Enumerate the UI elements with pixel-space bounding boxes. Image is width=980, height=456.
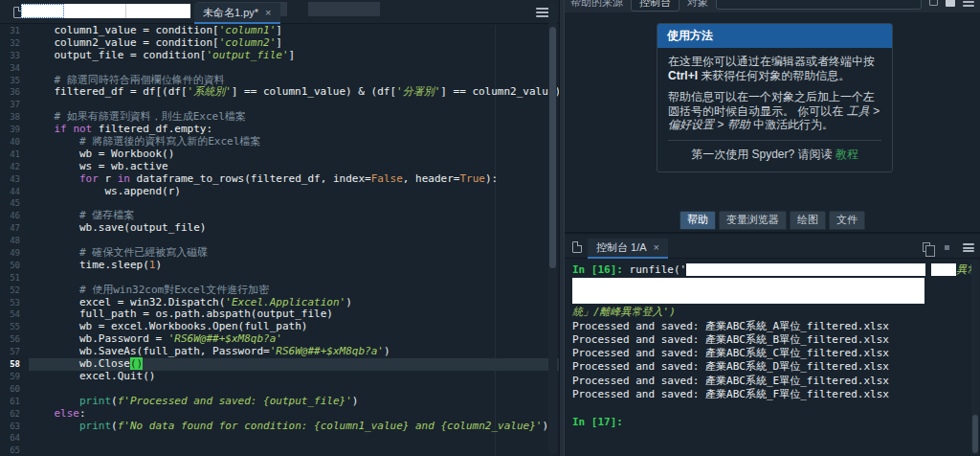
help-source-combo[interactable]: 控制台	[631, 0, 679, 11]
console-scrollbar-thumb[interactable]	[972, 415, 978, 453]
code-line-text: print(f'No data found for condition: {co…	[29, 421, 559, 433]
code-line: 50 time.sleep(1)	[0, 260, 559, 272]
redaction-box-tabbar	[21, 4, 190, 18]
lock-icon[interactable]	[929, 0, 938, 6]
usage-paragraph-2: 帮助信息可以在一个对象之后加上一个左圆括号的时候自动显示。 你可以在 工具 > …	[668, 90, 881, 132]
console-output-line: Processed and saved: 產業ABC系統_D單位_filtere…	[572, 360, 980, 374]
code-line: 36 filtered_df = df[(df['系統別'] == column…	[0, 86, 559, 99]
editor-scrollbar[interactable]	[548, 2, 557, 454]
runfile-call: runfile('	[630, 263, 687, 276]
console-prompt-line: In [17]:	[572, 416, 980, 429]
editor-scrollbar-thumb[interactable]	[549, 27, 556, 268]
console-tab-label: 控制台 1/A	[596, 240, 647, 255]
line-number: 33	[0, 50, 29, 62]
help-source-label: 帮助的来源	[570, 0, 623, 10]
usage-box: 使用方法 在这里你可以通过在编辑器或者终端中按 Ctrl+I 来获得任何对象的帮…	[657, 23, 893, 172]
line-number: 48	[0, 235, 29, 247]
line-number: 64	[0, 432, 29, 445]
line-number: 65	[0, 445, 29, 456]
ghost-tab-2	[308, 2, 380, 16]
line-number: 31	[0, 25, 29, 37]
close-icon[interactable]: ×	[654, 242, 659, 253]
code-line: 63 print(f'No data found for condition: …	[0, 421, 559, 433]
code-line-text: print(f'Processed and saved: {output_fil…	[29, 396, 559, 408]
line-number: 50	[0, 260, 29, 272]
help-options-menu-icon[interactable]	[963, 0, 974, 7]
pane-tab-strip: 帮助变量浏览器绘图文件	[565, 214, 980, 230]
line-number: 51	[0, 272, 29, 285]
code-line: 47 wb.save(output_file)	[0, 222, 559, 235]
console-output-line: Processed and saved: 產業ABC系統_B單位_filtere…	[572, 333, 980, 347]
editor-options-menu-icon[interactable]	[536, 8, 549, 17]
line-number: 43	[0, 173, 29, 186]
console-tab[interactable]: 控制台 1/A ×	[588, 239, 668, 259]
help-object-input[interactable]	[716, 0, 922, 10]
line-number: 60	[0, 383, 29, 396]
usage-paragraph-1: 在这里你可以通过在编辑器或者终端中按 Ctrl+I 来获得任何对象的帮助信息。	[668, 55, 881, 82]
code-editor[interactable]: 31 column1_value = condition['column1']3…	[0, 25, 559, 456]
pane-tab-inactive[interactable]: 变量浏览器	[719, 211, 787, 230]
code-line-text: ws.append(r)	[29, 186, 559, 198]
code-line: 64	[0, 432, 559, 445]
console-input-line: In [16]: runfile('異常	[572, 263, 980, 277]
code-line: 59 excel.Quit()	[0, 371, 559, 383]
line-number: 61	[0, 396, 29, 408]
line-number: 32	[0, 37, 29, 50]
console-output-line: Processed and saved: 產業ABC系統_F單位_filtere…	[572, 388, 980, 401]
tutorial-link[interactable]: 教程	[835, 148, 858, 161]
console-pane: 控制台 1/A × In [16]: runfile('異常 統」/離峰異常登入…	[565, 236, 980, 456]
pane-tab-inactive[interactable]: 绘图	[790, 211, 826, 230]
editor-tab-untitled[interactable]: 未命名1.py* ×	[194, 3, 280, 24]
code-line: 33 output_file = condition['output_file'…	[0, 50, 559, 62]
code-line-text: filtered_df = df[(df['系統別'] == column1_v…	[29, 86, 559, 99]
copy-icon[interactable]	[923, 242, 930, 252]
line-number: 39	[0, 124, 29, 136]
redaction-box-large	[572, 278, 924, 304]
code-line: 44 ws.append(r)	[0, 186, 559, 198]
code-line-text	[29, 432, 559, 445]
redaction-box-path	[686, 263, 925, 276]
code-line-text	[29, 445, 559, 456]
code-line-text: time.sleep(1)	[29, 260, 559, 272]
line-number: 62	[0, 408, 29, 421]
window-icon[interactable]	[946, 0, 955, 7]
line-number: 41	[0, 148, 29, 161]
line-number: 55	[0, 321, 29, 333]
ipython-console[interactable]: In [16]: runfile('異常 統」/離峰異常登入') Process…	[565, 259, 980, 456]
right-column: 帮助的来源 控制台 对象 使用方法 在这里你可以通过在编辑器或者终端中按 Ctr…	[565, 0, 980, 456]
line-number: 34	[0, 62, 29, 75]
line-number: 36	[0, 86, 29, 99]
console-options-menu-icon[interactable]	[963, 243, 974, 252]
console-scrollbar[interactable]	[971, 261, 979, 455]
line-number: 63	[0, 421, 29, 433]
line-number: 56	[0, 333, 29, 346]
line-number: 52	[0, 285, 29, 297]
pane-tab-active[interactable]: 帮助	[679, 211, 716, 230]
code-lines: 31 column1_value = condition['column1']3…	[0, 25, 559, 456]
close-icon[interactable]: ×	[265, 8, 271, 18]
line-number: 58	[0, 358, 29, 371]
redaction-focus-border	[21, 4, 64, 18]
line-number: 45	[0, 197, 29, 210]
editor-tab-bar: 未命名1.py* ×	[0, 0, 559, 24]
usage-body: 在这里你可以通过在编辑器或者终端中按 Ctrl+I 来获得任何对象的帮助信息。 …	[657, 48, 892, 171]
blank-line	[572, 401, 980, 415]
redaction-box-small	[931, 263, 956, 276]
browse-tabs-icon[interactable]	[572, 241, 582, 253]
line-number: 37	[0, 99, 29, 111]
line-number: 57	[0, 346, 29, 358]
help-pane: 帮助的来源 控制台 对象 使用方法 在这里你可以通过在编辑器或者终端中按 Ctr…	[565, 0, 980, 234]
spyder-window: 未命名1.py* × 31 column1_value = condition[…	[0, 0, 980, 456]
console-output-line: Processed and saved: 產業ABC系統_E單位_filtere…	[572, 375, 980, 388]
line-number: 46	[0, 210, 29, 222]
console-output-line: Processed and saved: 產業ABC系統_C單位_filtere…	[572, 347, 980, 360]
stop-icon[interactable]	[945, 245, 949, 250]
line-number: 59	[0, 371, 29, 383]
pane-tab-inactive[interactable]: 文件	[829, 211, 865, 230]
usage-title: 使用方法	[657, 24, 892, 48]
in16-prompt: In [16]:	[572, 263, 630, 276]
line-number: 49	[0, 247, 29, 260]
line-number: 38	[0, 111, 29, 124]
usage-tutorial: 第一次使用 Spyder? 请阅读 教程	[668, 148, 881, 164]
console-output-line: Processed and saved: 產業ABC系統_A單位_filtere…	[572, 320, 980, 333]
